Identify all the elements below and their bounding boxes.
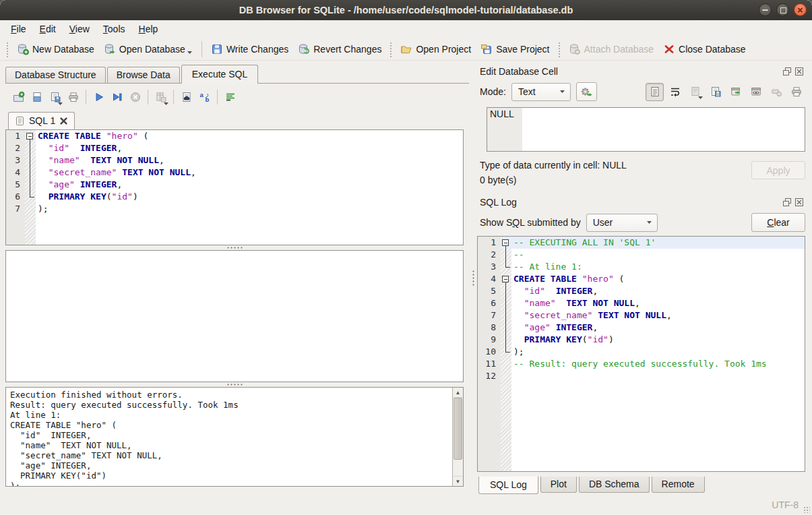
mode-select[interactable]: Text [511,83,571,101]
auto-apply-button[interactable] [576,82,597,101]
line-number: 7 [6,203,25,215]
code-line[interactable]: 5 "age" INTEGER, [6,179,463,191]
code-line[interactable]: 1CREATE TABLE "hero" ( [6,130,463,142]
close-tab-icon[interactable] [59,117,68,125]
scroll-down-icon[interactable]: ▼ [453,476,463,486]
code-line[interactable]: 12 [478,370,805,382]
tab-database-structure[interactable]: Database Structure [5,67,106,83]
mnemonic-letter: T [103,24,108,34]
save-sql-file-button[interactable] [46,88,64,107]
code-line[interactable]: 3 "name" TEXT NOT NULL, [6,154,463,166]
code-line[interactable]: 6 PRIMARY KEY("id") [6,191,463,203]
tab-sql-log[interactable]: SQL Log [478,477,538,494]
toolbar-handle[interactable] [5,41,9,57]
float-panel-icon[interactable] [782,198,792,207]
code-line[interactable]: 9 PRIMARY KEY("id") [478,334,805,346]
sql-editor[interactable]: 1CREATE TABLE "hero" (2 "id" INTEGER,3 "… [5,129,464,245]
code-line[interactable]: 2 "id" INTEGER, [6,142,463,154]
db-open-icon [104,43,116,55]
print-sql-button[interactable] [64,88,82,107]
cell-value: NULL [487,108,522,151]
format-sql-button[interactable] [221,88,239,107]
execute-all-button[interactable] [90,88,108,107]
cell-value-editor[interactable]: NULL [487,107,805,152]
scrollbar-thumb[interactable] [454,398,462,460]
find-replace-button[interactable]: ab [195,88,214,107]
close-panel-icon[interactable] [794,198,804,207]
open-external-button[interactable] [726,83,745,101]
titlebar[interactable]: DB Browser for SQLite - /home/user/code/… [0,0,812,20]
code-line[interactable]: 3-- At line 1: [478,261,805,273]
save-project-label: Save Project [496,44,549,55]
print-cell-button[interactable] [787,83,805,101]
code-line[interactable]: 4 "secret_name" TEXT NOT NULL, [6,166,463,179]
code-text: CREATE TABLE "hero" ( [36,130,463,142]
new-database-button[interactable]: New Database [12,40,99,58]
fold-guide [501,309,511,322]
revert-changes-button[interactable]: Revert Changes [293,40,386,58]
tab-db-schema[interactable]: DB Schema [579,477,650,493]
toolbar-handle[interactable] [557,41,561,57]
code-line[interactable]: 10); [478,346,805,358]
line-number: 6 [6,191,25,203]
code-line[interactable]: 1-- EXECUTING ALL IN 'SQL 1' [478,237,805,249]
tab-remote[interactable]: Remote [652,477,705,493]
close-icon[interactable] [794,3,807,16]
code-line[interactable]: 2-- [478,249,805,261]
export-data-button[interactable] [706,83,724,101]
scrollbar-track[interactable] [453,398,463,476]
code-line[interactable]: 5 "id" INTEGER, [478,285,805,297]
execution-status-log[interactable]: Execution finished without errors. Resul… [6,388,452,486]
fold-marker-icon[interactable] [501,273,511,285]
menu-item-tools[interactable]: Tools [98,22,131,36]
sql-log-view[interactable]: 1-- EXECUTING ALL IN 'SQL 1'2--3-- At li… [477,236,805,472]
pane-splitter[interactable] [469,61,477,495]
code-line[interactable]: 8 "age" INTEGER, [478,322,805,334]
menu-item-help[interactable]: Help [133,22,164,36]
code-line[interactable]: 4CREATE TABLE "hero" ( [478,273,805,285]
code-line[interactable]: 6 "name" TEXT NOT NULL, [478,297,805,309]
maximize-icon[interactable] [776,3,789,16]
fold-marker-icon[interactable] [25,130,36,142]
code-text: -- Result: query executed successfully. … [511,358,805,370]
results-grid[interactable] [5,250,464,382]
text-mode-button[interactable] [646,83,664,101]
code-line[interactable]: 11-- Result: query executed successfully… [478,358,805,370]
open-sql-file-button[interactable] [28,88,46,107]
minimize-icon[interactable] [759,3,772,16]
tab-execute-sql[interactable]: Execute SQL [181,65,259,84]
sql-doc-tab[interactable]: SQL 1 [8,112,75,129]
menu-item-view[interactable]: View [64,22,95,36]
close-panel-icon[interactable] [794,67,804,76]
submitter-select[interactable]: User [586,214,658,232]
fold-marker-icon[interactable] [501,237,511,249]
close-database-button[interactable]: Close Database [658,40,751,58]
code-line[interactable]: 7 "secret_name" TEXT NOT NULL, [478,309,805,322]
open-database-button[interactable]: Open Database [99,40,197,58]
write-changes-button[interactable]: Write Changes [206,40,293,58]
clear-log-button[interactable]: Clear [751,213,805,232]
menu-item-file[interactable]: File [5,22,32,36]
menu-item-edit[interactable]: Edit [34,22,61,36]
execute-current-line-button[interactable] [108,88,126,107]
splitter-results-log[interactable] [5,382,464,387]
word-wrap-button[interactable] [666,83,684,101]
find-in-sql-button[interactable] [177,88,195,107]
float-panel-icon[interactable] [782,67,792,76]
code-line[interactable]: 7); [6,203,463,215]
tab-plot[interactable]: Plot [540,477,577,493]
save-project-button[interactable]: Save Project [476,40,554,58]
toolbar-handle[interactable] [389,41,393,57]
copy-link-button[interactable] [747,83,765,101]
scrollbar[interactable]: ▲ ▼ [452,388,463,486]
resize-grip[interactable] [803,506,810,513]
close-database-label: Close Database [679,44,746,55]
open-project-button[interactable]: Open Project [396,40,476,58]
splitter-editor-results[interactable] [5,245,464,250]
tab-browse-data[interactable]: Browse Data [107,67,180,83]
new-sql-tab-button[interactable] [9,88,28,107]
fold-guide [25,179,36,191]
scroll-up-icon[interactable]: ▲ [453,388,463,398]
chevron-down-icon [697,95,704,100]
mode-select-value: Text [518,86,536,97]
